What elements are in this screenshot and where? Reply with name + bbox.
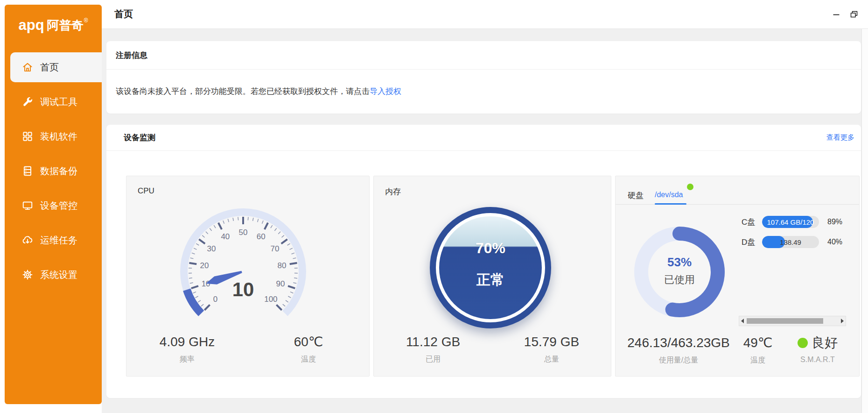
disk-smart-value: 良好 <box>787 335 848 351</box>
memory-total-label: 总量 <box>492 355 611 364</box>
cloud-task-icon <box>21 234 34 246</box>
disk-usage-donut-chart: 53% 已使用 <box>626 218 733 326</box>
sidebar-item-device-control[interactable]: 设备管控 <box>10 191 102 221</box>
partition-c-bar-text: 107.64 GB/120 <box>762 216 819 228</box>
sidebar-item-settings[interactable]: 系统设置 <box>10 260 102 290</box>
cpu-gauge-chart: 010203040506070809010010 <box>168 201 318 342</box>
sidebar-item-label: 设备管控 <box>40 199 77 212</box>
sidebar-item-software[interactable]: 装机软件 <box>10 121 102 151</box>
apps-icon <box>21 130 34 142</box>
svg-text:60: 60 <box>257 232 266 241</box>
sidebar-item-label: 首页 <box>40 61 59 74</box>
monitoring-card-title: 设备监测 <box>124 132 155 143</box>
app-window: apq 阿普奇 ® 首页 调试工具 <box>0 0 868 413</box>
sidebar-item-label: 系统设置 <box>40 269 77 281</box>
svg-text:90: 90 <box>276 279 285 288</box>
vertical-scrollbar[interactable] <box>861 29 868 413</box>
monitoring-card-header: 设备监测 查看更多 <box>106 125 861 150</box>
svg-text:10: 10 <box>232 278 254 300</box>
left-arrow-icon <box>741 319 744 323</box>
memory-percent-value: 70% <box>439 240 542 257</box>
partition-c-percent: 89% <box>827 218 842 226</box>
disk-used-percent-value: 53% <box>626 255 733 270</box>
memory-used-label: 已用 <box>374 355 492 364</box>
smart-status-text: 良好 <box>812 335 838 350</box>
divider <box>106 150 861 151</box>
partition-d-percent: 40% <box>827 238 842 246</box>
sidebar-item-backup[interactable]: 数据备份 <box>10 156 102 186</box>
disk-temperature-stat: 49℃ 温度 <box>732 335 784 365</box>
registration-message-text: 该设备尚未接入平台，部分功能受限。若您已经获取到授权文件，请点击 <box>116 86 370 97</box>
svg-text:70: 70 <box>270 244 279 253</box>
page-title: 首页 <box>114 8 133 21</box>
right-arrow-icon <box>841 319 844 323</box>
registration-card-title: 注册信息 <box>106 41 861 69</box>
sidebar-item-label: 装机软件 <box>40 130 77 143</box>
memory-total-value: 15.79 GB <box>492 334 611 350</box>
window-controls <box>830 8 861 21</box>
home-icon <box>21 61 34 73</box>
sidebar-item-label: 运维任务 <box>40 234 77 247</box>
svg-text:0: 0 <box>213 295 217 304</box>
disk-device-tab[interactable]: /dev/sda <box>655 191 683 199</box>
smart-status-dot-icon <box>798 338 808 348</box>
cpu-frequency-label: 频率 <box>126 355 248 364</box>
restore-icon <box>849 10 859 19</box>
disk-usage-value: 246.13/463.23GB <box>625 335 732 351</box>
sidebar-item-home[interactable]: 首页 <box>10 52 102 82</box>
scrollbar-right-arrow[interactable] <box>839 316 846 326</box>
memory-used-stat: 11.12 GB 已用 <box>374 334 492 364</box>
sidebar: apq 阿普奇 ® 首页 调试工具 <box>5 5 102 404</box>
monitor-icon <box>21 199 34 212</box>
disk-panel-header: 硬盘 /dev/sda <box>616 176 859 205</box>
memory-used-value: 11.12 GB <box>374 334 492 350</box>
cpu-temperature-label: 温度 <box>248 355 369 364</box>
logo-brand-text: 阿普奇 <box>47 17 84 34</box>
backup-icon <box>21 165 34 177</box>
memory-status-label: 正常 <box>439 271 542 290</box>
cpu-panel: CPU 010203040506070809010010 4.09 GHz 频率… <box>126 176 370 377</box>
sidebar-menu: 首页 调试工具 装机软件 <box>5 52 102 290</box>
partition-c-progress-bar: 107.64 GB/120 <box>762 216 819 228</box>
disk-panel: 硬盘 /dev/sda 53% 已使用 C盘 107.64 GB/120 89%… <box>615 176 860 377</box>
partition-d-bar-text: 138.49 <box>762 236 819 248</box>
view-more-link[interactable]: 查看更多 <box>826 133 854 142</box>
partition-d-progress-bar: 138.49 <box>762 236 819 248</box>
svg-text:10: 10 <box>202 279 210 288</box>
disk-temperature-label: 温度 <box>732 356 784 365</box>
sidebar-item-label: 数据备份 <box>40 165 77 178</box>
partition-row-d: D盘 138.49 40% <box>742 235 842 249</box>
disk-usage-label: 使用量/总量 <box>625 356 732 365</box>
sidebar-item-debug-tools[interactable]: 调试工具 <box>10 87 102 117</box>
page-header: 首页 <box>102 0 868 29</box>
memory-panel: 内存 70% 正常 11.12 GB 已用 15.79 GB 总量 <box>373 176 611 377</box>
registration-message: 该设备尚未接入平台，部分功能受限。若您已经获取到授权文件，请点击 导入授权 <box>106 70 861 113</box>
import-license-link[interactable]: 导入授权 <box>370 86 401 97</box>
scrollbar-left-arrow[interactable] <box>739 316 746 326</box>
sidebar-item-ops-tasks[interactable]: 运维任务 <box>10 225 102 255</box>
disk-donut-svg <box>626 218 733 326</box>
memory-stats-row: 11.12 GB 已用 15.79 GB 总量 <box>374 334 611 364</box>
svg-text:50: 50 <box>239 228 248 237</box>
memory-total-stat: 15.79 GB 总量 <box>492 334 611 364</box>
scrollbar-track[interactable] <box>746 316 839 326</box>
wrench-icon <box>21 96 34 108</box>
memory-panel-title: 内存 <box>385 186 401 197</box>
svg-text:20: 20 <box>200 261 209 270</box>
scrollbar-thumb[interactable] <box>747 318 823 324</box>
cpu-frequency-stat: 4.09 GHz 频率 <box>126 334 248 364</box>
svg-text:100: 100 <box>264 295 277 304</box>
cpu-frequency-value: 4.09 GHz <box>126 334 248 350</box>
partition-d-name: D盘 <box>742 237 762 248</box>
disk-horizontal-scrollbar[interactable] <box>739 316 846 326</box>
memory-liquid-chart: 70% 正常 <box>430 207 551 328</box>
restore-button[interactable] <box>847 8 861 21</box>
cpu-stats-row: 4.09 GHz 频率 60℃ 温度 <box>126 334 369 364</box>
logo-registered-mark: ® <box>84 17 88 24</box>
disk-smart-stat: 良好 S.M.A.R.T <box>787 335 848 364</box>
minimize-button[interactable] <box>830 8 843 21</box>
gear-icon <box>21 269 34 281</box>
sidebar-item-label: 调试工具 <box>40 96 77 108</box>
device-monitoring-card: 设备监测 查看更多 CPU 010203040506070809010010 4… <box>106 125 861 398</box>
partition-c-name: C盘 <box>742 217 762 228</box>
